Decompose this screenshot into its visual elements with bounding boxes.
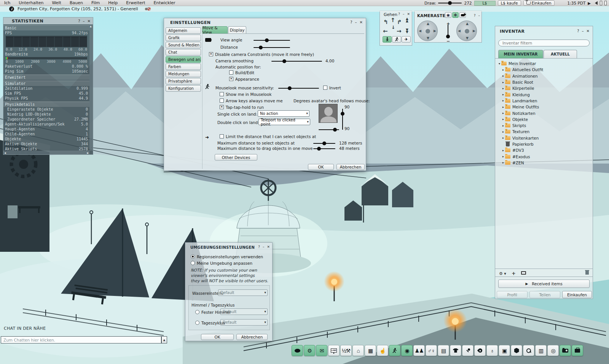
open-box-icon[interactable] [521,271,526,275]
stats-section-erweitert[interactable]: Erweitert [3,75,89,80]
statistics-vscrollbar[interactable] [89,24,93,151]
expand-icon[interactable]: ▸ [501,111,505,115]
tab-my-inventory[interactable]: MEIN INVENTAR [498,50,543,58]
chat-expand-button[interactable]: ▲ [161,336,167,343]
limit-distance-checkbox[interactable] [220,134,224,138]
side-tab-meldungen[interactable]: Meldungen [166,71,201,77]
shop-button[interactable]: Einkaufen [562,291,592,298]
tab-recent[interactable]: AKTUELL [544,50,577,58]
expand-icon[interactable]: ▾ [497,62,501,65]
help-icon[interactable]: ? [78,19,80,23]
radar-button[interactable]: ◎ [547,345,559,356]
menu-welt[interactable]: Welt [48,0,65,5]
inventory-item-animationen[interactable]: ▸Animationen [497,73,590,79]
profile-button[interactable]: Profil [497,291,528,298]
chat-input[interactable]: Zum Chatten hier klicken. [1,336,161,343]
ok-button[interactable]: OK [308,164,334,170]
run-mode-button[interactable] [392,36,401,43]
info-icon[interactable]: i [9,6,14,11]
fixed-sky-radio[interactable] [195,310,199,314]
gears-button[interactable]: ⚙ [304,345,315,356]
head-follow-vertical-slider[interactable] [342,109,343,130]
stats-section-simulator[interactable]: Simulator [3,81,89,86]
world-button[interactable]: ♁ [486,345,498,356]
expand-icon[interactable]: ▸ [501,118,505,121]
walk-mode-button[interactable] [383,36,392,43]
genders-button[interactable]: ♂♀ [426,345,437,356]
menu-erweitert[interactable]: Erweitert [122,0,149,5]
photo-help-button[interactable]: ▣ [499,345,510,356]
menu-ich[interactable]: Ich [0,0,14,5]
invert-checkbox[interactable] [323,86,327,90]
side-tab-grafik[interactable]: Grafik [166,35,201,41]
customize-radio[interactable] [191,261,195,265]
apps-grid-button[interactable]: ▦ [365,345,376,356]
day-cycle-dropdown[interactable]: Default [220,319,268,326]
inventory-root-row[interactable]: ▾Mein Inventar [497,60,590,67]
fly-down-button[interactable]: ▼▼ [406,29,408,33]
people-button[interactable]: ♟♟ [413,345,425,356]
double-click-dropdown[interactable]: Teleport to clicked point [258,119,310,125]
close-icon[interactable]: ✕ [360,20,363,24]
expand-icon[interactable]: ▸ [501,87,505,90]
help-icon[interactable]: ? [577,29,579,33]
inventory-item-zen[interactable]: ▸#ZEN [497,160,590,166]
menu-bauen[interactable]: Bauen [65,0,87,5]
location-pin-button[interactable] [474,345,486,356]
water-setting-dropdown[interactable]: Default [218,289,268,296]
max-drag-slider[interactable] [313,148,335,149]
side-tab-farben[interactable]: Farben [166,64,201,70]
chat-bubble-button[interactable] [292,345,303,356]
max-select-slider[interactable] [313,143,335,144]
build-tools-button[interactable]: ½⚒ [340,345,352,356]
view-angle-slider[interactable] [253,40,290,41]
ok-button[interactable]: OK [201,334,234,340]
camera-pan-button[interactable] [459,12,466,18]
use-region-radio[interactable] [191,254,195,259]
id-card-button[interactable]: ▤ [438,345,449,356]
shopping-button[interactable]: Einkaufen [523,0,555,6]
side-tab-sound-medien[interactable]: Sound & Medien [166,42,201,48]
inventory-item-notizkarten[interactable]: ▸Notizkarten [497,110,590,116]
expand-icon[interactable]: ▸ [501,124,505,127]
side-tab-chat[interactable]: Chat [166,49,201,56]
close-icon[interactable]: ✕ [587,29,590,33]
inventory-item-meine-outfits[interactable]: ▸Meine Outfits [497,104,590,110]
map-button[interactable]: ▥ [535,345,547,356]
camera-eye-button[interactable]: ◉ [445,12,451,18]
side-tab-allgemein[interactable]: Allgemein [166,27,201,34]
linden-balance[interactable]: L$ [474,1,496,6]
single-click-dropdown[interactable]: No action [258,110,309,117]
expand-icon[interactable]: ▸ [501,161,505,164]
inventory-item-basic-root[interactable]: ▸Basic Root [497,79,590,85]
expand-icon[interactable]: ▸ [501,130,505,134]
volume-bar-2[interactable] [604,1,607,5]
help-icon[interactable]: ? [350,20,352,24]
tab-move-view[interactable]: Move & View [202,26,228,33]
tab-display[interactable]: Display [228,26,246,33]
received-items-button[interactable]: Received items [498,280,590,288]
close-icon[interactable]: ✕ [407,12,410,16]
hand-button[interactable]: ☝ [377,345,388,356]
menu-help[interactable]: Help [104,0,122,5]
move-forward-button[interactable] [391,17,395,23]
fly-up-button[interactable]: ▲▲ [406,17,408,22]
stats-section-basic[interactable]: Basic [3,25,89,30]
arrow-keys-checkbox[interactable] [220,99,224,103]
land-sign-button[interactable]: LAND [328,345,340,356]
inventory-item-landmarken[interactable]: ▸Landmarken [497,98,590,104]
turn-left-button[interactable] [383,19,388,25]
minimize-icon[interactable]: – [478,14,480,17]
add-item-icon[interactable] [512,269,516,277]
turn-right-button[interactable] [397,19,402,25]
statistics-titlebar[interactable]: STATISTIKEN ?–✕ [3,17,93,24]
cancel-button[interactable]: Abbrechen [336,164,365,170]
trash-icon[interactable] [585,271,589,275]
shirt-button[interactable] [450,345,461,356]
side-tab-bewegen-und-anzei[interactable]: Bewegen und anzei [166,56,201,63]
expand-icon[interactable]: ▸ [501,74,505,78]
close-icon[interactable]: ✕ [88,19,91,23]
side-tab-konfiguration[interactable]: Konfiguration [166,85,201,92]
distance-slider[interactable] [253,47,290,48]
cancel-button[interactable]: Abbrechen [236,334,268,340]
